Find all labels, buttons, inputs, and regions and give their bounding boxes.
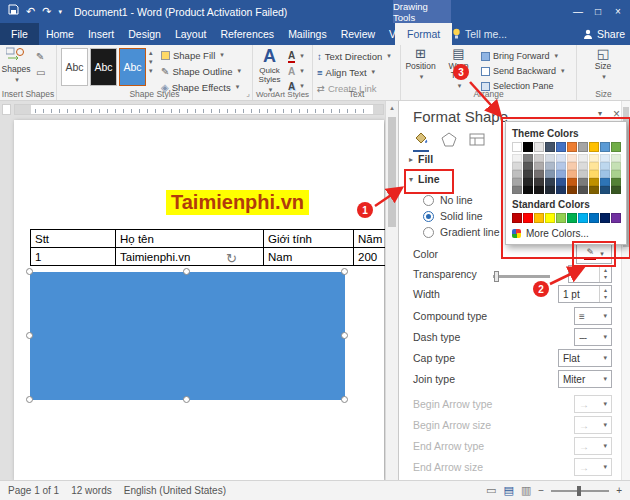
color-swatch[interactable] bbox=[589, 142, 599, 152]
color-swatch[interactable] bbox=[567, 186, 577, 194]
read-mode-icon[interactable]: ▭ bbox=[486, 484, 496, 497]
color-swatch[interactable] bbox=[589, 170, 599, 178]
color-swatch[interactable] bbox=[534, 213, 544, 223]
slider-thumb[interactable] bbox=[494, 271, 499, 282]
color-swatch[interactable] bbox=[589, 178, 599, 186]
color-swatch[interactable] bbox=[556, 213, 566, 223]
color-swatch[interactable] bbox=[611, 178, 621, 186]
tab-design[interactable]: Design bbox=[121, 23, 168, 45]
color-swatch[interactable] bbox=[589, 213, 599, 223]
drawn-shape[interactable] bbox=[30, 272, 345, 400]
tab-mailings[interactable]: Mailings bbox=[281, 23, 334, 45]
color-swatch[interactable] bbox=[534, 178, 544, 186]
gradient-line-option[interactable]: Gradient line bbox=[423, 226, 500, 238]
shape-handle-right[interactable] bbox=[341, 332, 348, 339]
color-swatch[interactable] bbox=[556, 162, 566, 170]
edit-shape-icon[interactable]: ✎ bbox=[36, 51, 44, 62]
shape-handle-bottom-left[interactable] bbox=[26, 396, 33, 403]
color-swatch[interactable] bbox=[578, 154, 588, 162]
table-cell[interactable]: 200 bbox=[354, 248, 389, 266]
align-text-button[interactable]: ≡ Align Text ▾ bbox=[317, 65, 375, 79]
scroll-up-icon[interactable]: ▴ bbox=[386, 101, 398, 112]
color-swatch[interactable] bbox=[545, 142, 555, 152]
shape-style-preview-3-selected[interactable]: Abc bbox=[119, 48, 146, 86]
color-swatch[interactable] bbox=[523, 186, 533, 194]
end-arrow-size-dropdown[interactable]: → ▾ bbox=[574, 458, 612, 476]
shape-style-preview-1[interactable]: Abc bbox=[61, 48, 88, 86]
shape-fill-button[interactable]: Shape Fill ▾ bbox=[161, 48, 224, 62]
color-swatch[interactable] bbox=[600, 162, 610, 170]
document-scrollbar[interactable]: ▴ bbox=[385, 101, 398, 480]
color-swatch[interactable] bbox=[578, 162, 588, 170]
shape-outline-button[interactable]: ✎ Shape Outline ▾ bbox=[161, 64, 241, 78]
compound-type-dropdown[interactable]: ≡ ▾ bbox=[574, 307, 612, 325]
color-swatch[interactable] bbox=[512, 186, 522, 194]
color-swatch[interactable] bbox=[556, 154, 566, 162]
color-swatch[interactable] bbox=[512, 154, 522, 162]
color-swatch[interactable] bbox=[556, 178, 566, 186]
tell-me-box[interactable]: Tell me... bbox=[452, 23, 507, 45]
zoom-slider[interactable] bbox=[551, 490, 609, 492]
table-cell[interactable]: 1 bbox=[31, 248, 116, 266]
doc-heading[interactable]: Taimienphi.vn bbox=[166, 190, 309, 215]
web-layout-icon[interactable]: ▥ bbox=[521, 484, 531, 497]
effects-tab[interactable] bbox=[441, 132, 457, 152]
more-colors-button[interactable]: More Colors... bbox=[512, 228, 620, 239]
color-swatch[interactable] bbox=[545, 154, 555, 162]
line-section-header[interactable]: ▾ Line bbox=[409, 173, 440, 185]
no-line-option[interactable]: No line bbox=[423, 194, 473, 206]
document-page[interactable]: Taimienphi.vn Stt Họ tên Giới tính Năm 1… bbox=[14, 120, 384, 480]
color-swatch[interactable] bbox=[545, 213, 555, 223]
shapes-button[interactable]: Shapes ▾ bbox=[2, 47, 30, 84]
gallery-down-icon[interactable]: ▾ bbox=[149, 58, 153, 66]
color-swatch[interactable] bbox=[512, 162, 522, 170]
minimize-button[interactable]: — bbox=[568, 0, 588, 23]
scrollbar-thumb[interactable] bbox=[388, 117, 396, 227]
fill-section-header[interactable]: ▸ Fill bbox=[409, 153, 433, 165]
color-swatch[interactable] bbox=[611, 162, 621, 170]
doc-table[interactable]: Stt Họ tên Giới tính Năm 1 Taimienphi.vn… bbox=[30, 229, 389, 266]
line-color-button[interactable]: ✎ ▾ bbox=[576, 244, 612, 264]
join-type-dropdown[interactable]: Miter ▾ bbox=[558, 370, 612, 388]
color-swatch[interactable] bbox=[512, 170, 522, 178]
tab-file[interactable]: File bbox=[0, 23, 39, 45]
pane-close-icon[interactable]: × bbox=[613, 107, 620, 121]
tab-home[interactable]: Home bbox=[39, 23, 81, 45]
color-swatch[interactable] bbox=[589, 154, 599, 162]
redo-icon[interactable]: ↷ bbox=[42, 0, 51, 23]
color-swatch[interactable] bbox=[545, 178, 555, 186]
color-swatch[interactable] bbox=[611, 213, 621, 223]
color-swatch[interactable] bbox=[578, 170, 588, 178]
text-direction-button[interactable]: ↕ Text Direction ▾ bbox=[317, 49, 391, 63]
color-swatch[interactable] bbox=[534, 170, 544, 178]
gallery-up-icon[interactable]: ▴ bbox=[149, 49, 153, 57]
color-swatch[interactable] bbox=[545, 186, 555, 194]
color-swatch[interactable] bbox=[567, 178, 577, 186]
color-swatch[interactable] bbox=[556, 170, 566, 178]
shape-handle-bottom-right[interactable] bbox=[341, 396, 348, 403]
color-swatch[interactable] bbox=[512, 213, 522, 223]
color-swatch[interactable] bbox=[545, 170, 555, 178]
color-swatch[interactable] bbox=[523, 162, 533, 170]
shape-handle-top-right[interactable] bbox=[341, 268, 348, 275]
tab-references[interactable]: References bbox=[213, 23, 281, 45]
gallery-more-icon[interactable]: ▾ bbox=[149, 67, 153, 75]
table-header-cell[interactable]: Năm bbox=[354, 230, 389, 248]
color-swatch[interactable] bbox=[556, 186, 566, 194]
bring-forward-button[interactable]: Bring Forward ▾ bbox=[481, 49, 558, 63]
ruler-tab-selector[interactable] bbox=[2, 104, 11, 115]
color-swatch[interactable] bbox=[567, 213, 577, 223]
color-swatch[interactable] bbox=[523, 213, 533, 223]
zoom-in-icon[interactable]: + bbox=[616, 485, 622, 496]
shape-style-preview-2[interactable]: Abc bbox=[90, 48, 117, 86]
color-swatch[interactable] bbox=[578, 186, 588, 194]
color-swatch[interactable] bbox=[600, 178, 610, 186]
text-fill-button[interactable]: A▾ bbox=[288, 49, 304, 63]
color-swatch[interactable] bbox=[611, 186, 621, 194]
shape-handle-top-left[interactable] bbox=[26, 268, 33, 275]
pane-options-icon[interactable]: ▾ bbox=[598, 109, 602, 118]
cap-type-dropdown[interactable]: Flat ▾ bbox=[558, 349, 612, 367]
shape-handle-top[interactable] bbox=[183, 268, 190, 275]
solid-line-option[interactable]: Solid line bbox=[423, 210, 483, 222]
save-icon[interactable] bbox=[8, 0, 19, 23]
